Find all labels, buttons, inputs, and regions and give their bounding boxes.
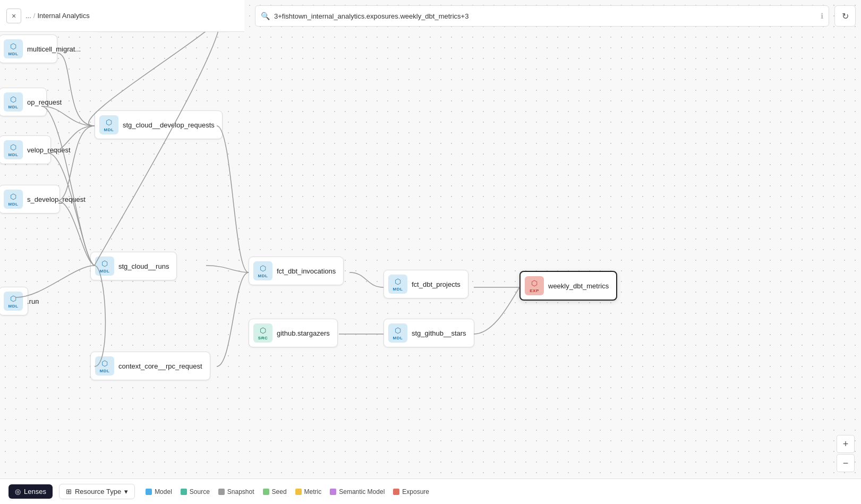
breadcrumb: ... / Internal Analytics [25,12,90,20]
legend-dot-exposure [393,489,399,495]
legend-label-exposure: Exposure [402,488,429,496]
node-github-stargazers[interactable]: ⬡ SRC github.stargazers [249,319,338,347]
node-label: velop_request [27,146,71,154]
legend-label-source: Source [190,488,210,496]
breadcrumb-slash: / [33,12,36,20]
node-label: stg_github__stars [412,329,466,337]
refresh-button[interactable]: ↻ [834,5,856,27]
refresh-icon: ↻ [842,11,849,21]
legend-item-seed: Seed [263,488,287,496]
chevron-down-icon: ▾ [124,488,128,496]
legend: Model Source Snapshot Seed Metric Semant… [146,488,429,496]
node-label: context_core__rpc_request [118,362,202,370]
node-label: op_request [27,98,62,106]
legend-dot-seed [263,489,269,495]
node-badge-mdl: ⬡ MDL [4,92,23,112]
legend-item-metric: Metric [295,488,322,496]
node-badge-mdl: ⬡ MDL [4,140,23,159]
legend-item-semantic-model: Semantic Model [330,488,385,496]
legend-dot-semantic-model [330,489,336,495]
node-label: weekly_dbt_metrics [548,282,609,290]
lenses-icon: ◎ [15,488,21,496]
close-icon: × [12,12,16,20]
node-label: .run [27,297,39,305]
node-fct-dbt-invocations[interactable]: ⬡ MDL fct_dbt_invocations [249,257,344,285]
breadcrumb-sep: ... [25,12,31,20]
legend-label-snapshot: Snapshot [227,488,254,496]
zoom-controls: + − [837,435,855,472]
node-context-core-rpc-request[interactable]: ⬡ MDL context_core__rpc_request [90,352,210,380]
zoom-in-button[interactable]: + [837,435,855,453]
legend-item-exposure: Exposure [393,488,429,496]
search-bar: 🔍 ℹ [255,5,829,27]
node-label: multicell_migrat... [27,45,81,53]
legend-item-snapshot: Snapshot [218,488,254,496]
resource-type-label: Resource Type [75,488,121,496]
node-badge: ⬡ EXP [525,276,544,295]
zoom-in-icon: + [843,439,849,450]
info-icon[interactable]: ℹ [821,12,823,20]
node-stg-github-stars[interactable]: ⬡ MDL stg_github__stars [383,319,474,347]
resource-type-button[interactable]: ⊞ Resource Type ▾ [59,484,135,499]
node-run[interactable]: ⬡ MDL .run [0,287,28,315]
header-bar: × ... / Internal Analytics [0,0,244,32]
lenses-label: Lenses [24,488,46,496]
legend-dot-metric [295,489,302,495]
node-badge: ⬡ MDL [388,275,407,294]
lenses-button[interactable]: ◎ Lenses [8,484,53,499]
legend-dot-model [146,489,152,495]
node-velop-request[interactable]: ⬡ MDL velop_request [0,135,51,164]
node-badge: ⬡ MDL [253,261,272,280]
node-label: fct_dbt_projects [412,280,461,288]
node-badge-mdl: ⬡ MDL [4,190,23,209]
legend-dot-snapshot [218,489,225,495]
search-input[interactable] [274,12,816,20]
node-op-request[interactable]: ⬡ MDL op_request [0,88,47,116]
node-label: stg_cloud__develop_requests [123,121,215,129]
node-weekly-dbt-metrics[interactable]: ⬡ EXP weekly_dbt_metrics [519,271,617,301]
node-label: github.stargazers [277,329,330,337]
legend-item-model: Model [146,488,172,496]
node-stg-cloud-develop-requests[interactable]: ⬡ MDL stg_cloud__develop_requests [95,110,223,139]
legend-dot-source [181,489,187,495]
legend-label-model: Model [155,488,172,496]
node-badge: ⬡ MDL [99,115,118,134]
legend-item-source: Source [181,488,210,496]
legend-label-semantic-model: Semantic Model [339,488,385,496]
node-badge: ⬡ SRC [253,323,272,343]
breadcrumb-current: Internal Analytics [37,12,89,20]
search-icon: 🔍 [261,12,270,20]
node-badge-mdl: ⬡ MDL [4,292,23,311]
node-label: s_develop_request [27,195,86,203]
close-button[interactable]: × [6,8,21,23]
node-stg-cloud-runs[interactable]: ⬡ MDL stg_cloud__runs [90,252,177,280]
zoom-out-icon: − [843,458,849,469]
legend-label-seed: Seed [272,488,287,496]
node-badge: ⬡ MDL [388,323,407,343]
node-badge: ⬡ MDL [95,257,114,276]
node-label: fct_dbt_invocations [277,267,336,275]
zoom-out-button[interactable]: − [837,454,855,472]
node-fct-dbt-projects[interactable]: ⬡ MDL fct_dbt_projects [383,270,468,298]
node-label: stg_cloud__runs [118,262,169,270]
node-badge-mdl: ⬡ MDL [4,39,23,58]
node-multicell[interactable]: ⬡ MDL multicell_migrat... [0,35,57,63]
legend-label-metric: Metric [304,488,322,496]
node-badge: ⬡ MDL [95,356,114,375]
bottom-toolbar: ◎ Lenses ⊞ Resource Type ▾ Model Source … [0,479,861,504]
node-develop-request[interactable]: ⬡ MDL s_develop_request [0,185,60,213]
resource-type-icon: ⊞ [66,488,72,496]
